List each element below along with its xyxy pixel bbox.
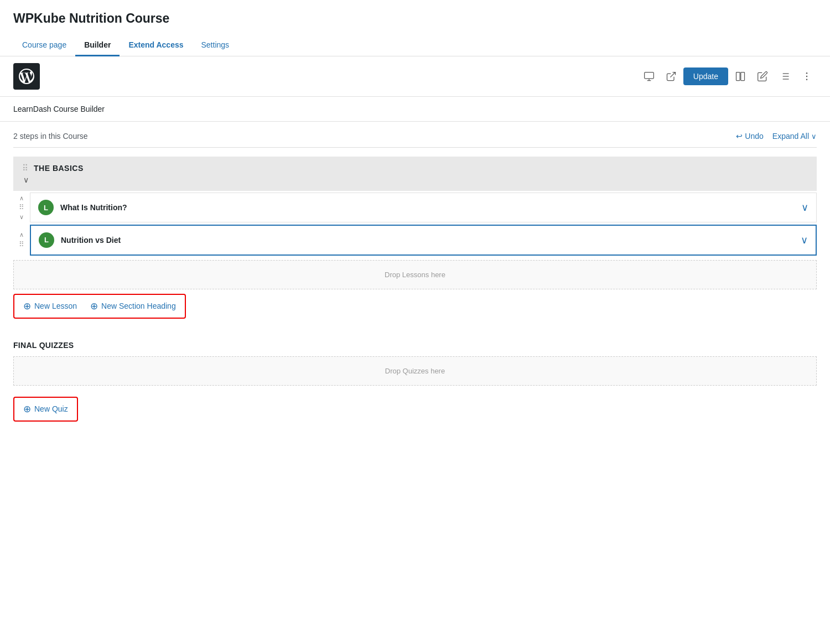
wp-logo [13,63,40,90]
lesson2-title: Nutrition vs Diet [61,236,794,245]
new-lesson-button[interactable]: ⊕ New Lesson [23,300,77,312]
svg-point-12 [806,79,808,81]
external-link-icon [666,71,677,82]
steps-meta: 2 steps in this Course ↩ Undo Expand All… [13,122,817,148]
lesson-nutrition-vs-diet: ∧ ⠿ L Nutrition vs Diet ∨ [13,225,817,256]
new-section-heading-button[interactable]: ⊕ New Section Heading [90,300,176,312]
tab-course-page[interactable]: Course page [13,35,75,56]
lesson2-up-arrow-icon[interactable]: ∧ [19,231,24,239]
more-options-button[interactable] [797,66,817,86]
section-title: THE BASICS [34,164,808,173]
plus-circle-quiz-icon: ⊕ [23,403,31,415]
edit-button[interactable] [753,66,772,86]
expand-chevron-icon: ∨ [811,132,817,141]
svg-rect-0 [645,72,654,79]
more-options-icon [801,71,812,82]
svg-rect-2 [736,72,740,81]
toolbar-icons: Update [639,66,817,86]
lesson-badge: L [38,200,54,215]
section-drag-handle-icon: ⠿ [22,163,28,173]
svg-rect-3 [741,72,745,81]
expand-label: Expand All [772,132,809,141]
lesson-expand-chevron-icon[interactable]: ∨ [801,201,808,214]
add-lesson-section-row: ⊕ New Lesson ⊕ New Section Heading [13,294,186,319]
plus-circle-section-icon: ⊕ [90,300,98,312]
steps-actions: ↩ Undo Expand All ∨ [736,132,817,141]
drop-quizzes-text: Drop Quizzes here [385,367,445,375]
new-quiz-button[interactable]: ⊕ New Quiz [23,403,68,415]
lesson-what-is-nutrition: ∧ ⠿ ∨ L What Is Nutrition? ∨ [13,192,817,224]
undo-button[interactable]: ↩ Undo [736,132,763,141]
final-quizzes-section: FINAL QUIZZES Drop Quizzes here ⊕ New Qu… [13,341,817,422]
expand-all-button[interactable]: Expand All ∨ [772,132,817,141]
builder-section-heading: LearnDash Course Builder [0,97,830,122]
edit-icon [757,71,768,82]
tab-extend-access[interactable]: Extend Access [120,35,192,56]
tab-settings[interactable]: Settings [193,35,238,56]
lesson2-drag-dots-icon: ⠿ [19,240,24,250]
new-quiz-label: New Quiz [34,404,68,413]
tabs-bar: Course page Builder Extend Access Settin… [0,35,830,56]
external-link-button[interactable] [661,66,681,86]
lesson-title: What Is Nutrition? [60,203,795,212]
section-collapse-icon[interactable]: ∨ [23,175,29,184]
wordpress-icon [19,69,34,84]
page-title: WPKube Nutrition Course [13,11,817,26]
desktop-icon [644,71,655,82]
plus-circle-lesson-icon: ⊕ [23,300,31,312]
svg-line-1 [670,72,675,77]
section-the-basics: ⠿ THE BASICS ∨ [13,157,817,191]
lesson-drag-dots-icon: ⠿ [19,202,24,212]
lesson2-badge: L [39,232,54,248]
final-quizzes-title: FINAL QUIZZES [13,341,817,350]
wp-toolbar: Update [0,56,830,97]
new-section-heading-label: New Section Heading [101,302,176,310]
list-button[interactable] [775,66,795,86]
steps-count: 2 steps in this Course [13,132,88,141]
lesson2-expand-chevron-icon[interactable]: ∨ [801,234,808,246]
svg-point-11 [806,76,808,77]
add-quiz-row: ⊕ New Quiz [13,397,78,422]
drop-lessons-text: Drop Lessons here [385,271,445,279]
drop-lessons-zone: Drop Lessons here [13,260,817,289]
new-lesson-label: New Lesson [34,302,77,310]
builder-body: 2 steps in this Course ↩ Undo Expand All… [0,122,830,435]
undo-arrow-icon: ↩ [736,132,743,141]
tab-builder[interactable]: Builder [75,35,120,56]
split-view-button[interactable] [730,66,750,86]
lesson-down-arrow-icon[interactable]: ∨ [19,213,24,221]
drop-quizzes-zone: Drop Quizzes here [13,356,817,386]
lesson-up-arrow-icon[interactable]: ∧ [19,194,24,202]
undo-label: Undo [745,132,763,141]
update-button[interactable]: Update [683,67,728,85]
list-icon [779,71,790,82]
desktop-view-button[interactable] [639,66,659,86]
split-view-icon [735,71,746,82]
svg-point-10 [806,72,808,74]
